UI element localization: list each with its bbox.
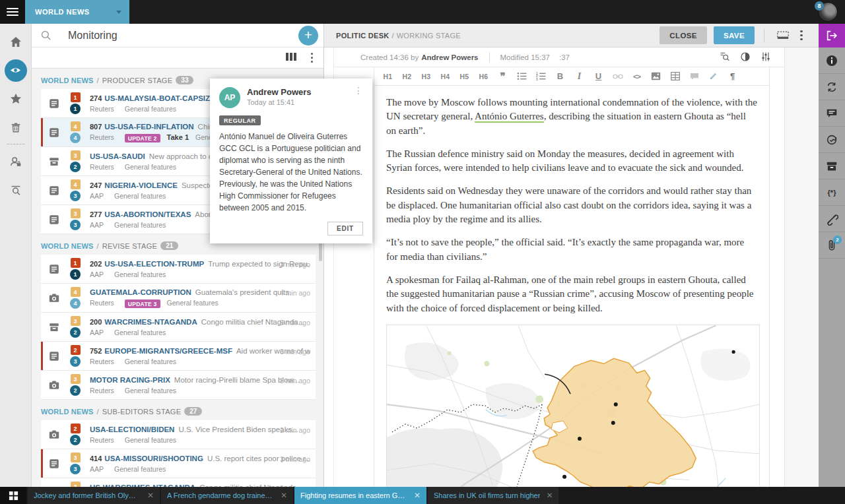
workspace-selector[interactable]: WORLD NEWS — [25, 0, 129, 24]
format-ol-button[interactable]: 123 — [531, 67, 551, 86]
news-item-row[interactable]: 23752EUROPE-MIGRANTS/GREECE-MSFAid worke… — [41, 342, 316, 371]
format-pilcrow-button[interactable]: ¶ — [723, 67, 742, 86]
workqueue-tab[interactable]: Jockey and former British Olympic..✕ — [28, 487, 160, 504]
user-menu[interactable]: 8 — [811, 0, 845, 24]
item-slugline: US-USA-FED-INFLATION — [104, 123, 193, 131]
format-annotate-button[interactable] — [704, 67, 723, 86]
item-source: AAP — [90, 221, 104, 229]
news-item-row[interactable]: 32200WARCRIMES-NTAGANDACongo militia chi… — [41, 313, 316, 342]
format-b-button[interactable]: B — [551, 67, 570, 86]
format-h6-button[interactable]: H6 — [474, 67, 493, 86]
format-h4-button[interactable]: H4 — [436, 67, 455, 86]
packages-archive-icon[interactable] — [819, 153, 845, 179]
format-image-button[interactable] — [646, 67, 665, 86]
private-contacts-icon[interactable] — [0, 147, 32, 175]
item-source: Reuters — [90, 163, 114, 171]
embedded-map-image[interactable] — [386, 325, 760, 487]
item-source: Reuters — [90, 358, 114, 365]
search-icon[interactable] — [40, 30, 52, 42]
group-desk-link[interactable]: WORLD NEWS — [41, 408, 94, 416]
item-type-icon — [41, 379, 67, 391]
comments-icon[interactable] — [819, 100, 845, 127]
item-genre: General features — [114, 329, 166, 336]
create-item-button[interactable]: + — [298, 26, 318, 46]
format-i-button[interactable]: I — [570, 67, 589, 86]
format-h3-button[interactable]: H3 — [417, 67, 436, 86]
article-body[interactable]: The move by Moscow follows mounting inte… — [374, 86, 769, 487]
news-item-row[interactable]: 11202US-USA-ELECTION-TRUMPTrump expected… — [41, 255, 316, 284]
attachments-icon[interactable]: 2 — [819, 232, 845, 259]
close-tab-icon[interactable]: ✕ — [546, 491, 553, 500]
item-slugline: EUROPE-MIGRANTS/GREECE-MSF — [104, 347, 232, 355]
monitoring-header: Monitoring + — [32, 24, 323, 47]
format-comment-button[interactable] — [685, 67, 704, 86]
close-tab-icon[interactable]: ✕ — [414, 491, 421, 500]
article-paragraph[interactable]: Residents said on Wednesday they were un… — [386, 184, 757, 226]
workqueue-tab[interactable]: A French gendarme dog trainer of PSIG✕ — [161, 487, 293, 504]
item-urgency-badge: 2 — [70, 162, 81, 172]
item-slugline: GUATEMALA-CORRUPTION — [90, 288, 191, 296]
article-paragraph[interactable]: The Russian defence ministry said on Mon… — [386, 147, 757, 175]
item-genre: General features — [125, 358, 176, 365]
item-version: 202 — [90, 260, 102, 268]
macros-icon[interactable]: {*} — [819, 179, 845, 206]
news-item-row[interactable]: 22USA-ELECTIONI/BIDENU.S. Vice President… — [41, 420, 316, 449]
settings-sliders-icon[interactable] — [760, 51, 771, 63]
format-u-button[interactable]: U — [589, 67, 608, 86]
starred-icon[interactable] — [0, 84, 32, 113]
close-tab-icon[interactable]: ✕ — [281, 491, 287, 500]
article-paragraph[interactable]: “It’s not to save the people,” the offic… — [386, 236, 757, 264]
info-icon[interactable] — [819, 47, 845, 74]
format-h2-button[interactable]: H2 — [397, 67, 417, 86]
minimize-icon[interactable] — [774, 30, 792, 41]
format-table-button[interactable] — [665, 67, 685, 86]
panel-menu-icon[interactable] — [311, 53, 314, 63]
contrast-icon[interactable] — [740, 51, 751, 63]
item-genre: General features — [114, 221, 166, 229]
workqueue-grid-icon[interactable] — [0, 487, 26, 504]
news-item-row[interactable]: 32US-WARCRIMES-NTAGANDACongo militia chi… — [41, 478, 316, 487]
format-h1-button[interactable]: H1 — [378, 67, 397, 86]
popup-menu-icon[interactable]: ⋮ — [354, 87, 363, 94]
unlink-icon[interactable] — [819, 206, 845, 232]
format-h5-button[interactable]: H5 — [455, 67, 474, 86]
workqueue-tab-label: Fighting resumes in eastern Ghouta... — [300, 491, 408, 499]
format-quote-button[interactable]: ❞ — [493, 67, 512, 86]
article-paragraph[interactable]: The move by Moscow follows mounting inte… — [386, 96, 757, 138]
authoring-menu-icon[interactable] — [792, 30, 811, 41]
item-type-icon — [41, 127, 67, 139]
format-link-button[interactable] — [608, 67, 627, 86]
find-replace-icon[interactable] — [719, 51, 730, 63]
news-item-row[interactable]: 32MOTOR RACING-PRIXMotor racing-Pirelli … — [41, 371, 316, 400]
workqueue-tab[interactable]: Shares in UK oil firms turn higher✕ — [428, 487, 558, 504]
spike-trash-icon[interactable] — [0, 113, 32, 141]
send-to-icon[interactable] — [819, 24, 845, 47]
hamburger-menu-icon[interactable] — [0, 0, 25, 24]
article-paragraph[interactable]: A spokesman for Failaq al-Rahman, one of… — [386, 273, 757, 315]
close-tab-icon[interactable]: ✕ — [147, 491, 154, 500]
versions-sync-icon[interactable] — [819, 74, 845, 100]
news-item-row[interactable]: 44GUATEMALA-CORRUPTIONGuatemala's presid… — [41, 284, 316, 313]
item-time: 4 min ago — [280, 288, 310, 298]
item-slugline: US-MALAYSIA-BOAT-CAPSIZED — [104, 94, 220, 102]
item-take-label: Take 1 — [167, 133, 189, 141]
group-desk-link[interactable]: WORLD NEWS — [41, 77, 94, 84]
workqueue-tab[interactable]: Fighting resumes in eastern Ghouta...✕ — [294, 487, 426, 504]
right-tool-rail: {*} 2 — [819, 24, 845, 487]
saved-searches-icon[interactable] — [0, 175, 32, 204]
edit-button[interactable]: EDIT — [327, 222, 363, 236]
news-item-row[interactable]: 33414USA-MISSOURI/SHOOTINGU.S. report ci… — [41, 449, 316, 478]
item-urgency-badge: 3 — [70, 464, 81, 474]
monitoring-eye-icon[interactable] — [0, 56, 32, 84]
home-icon[interactable] — [0, 28, 32, 56]
save-button[interactable]: SAVE — [714, 26, 755, 44]
item-time: 3 min ago — [280, 454, 310, 464]
close-button[interactable]: CLOSE — [659, 26, 707, 44]
annotated-text[interactable]: António Guterres — [475, 111, 544, 123]
group-desk-link[interactable]: WORLD NEWS — [41, 242, 94, 250]
column-view-icon[interactable] — [286, 52, 296, 63]
history-icon[interactable] — [819, 127, 845, 153]
item-slugline: US-USA-ELECTION-TRUMP — [104, 260, 204, 268]
format-code-button[interactable]: <> — [627, 67, 646, 86]
format-ul-button[interactable] — [512, 67, 531, 86]
